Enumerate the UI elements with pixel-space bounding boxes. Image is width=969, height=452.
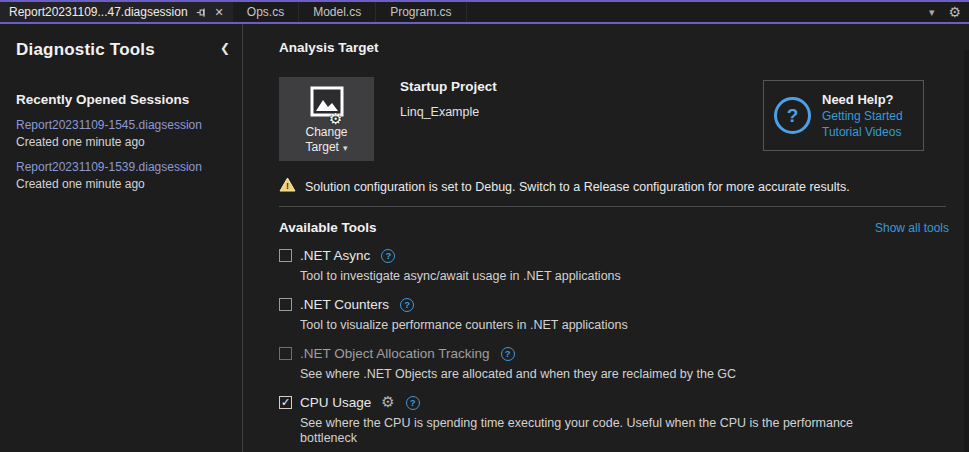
gear-icon[interactable]: ⚙ bbox=[948, 4, 961, 20]
warning-text: Solution configuration is set to Debug. … bbox=[305, 180, 850, 194]
document-tab-bar: Report20231109...47.diagsession ✕ Ops.cs… bbox=[0, 0, 969, 24]
need-help-title: Need Help? bbox=[822, 92, 903, 107]
collapse-sidebar-icon[interactable]: ❮ bbox=[220, 41, 230, 55]
analysis-target-heading: Analysis Target bbox=[279, 40, 949, 55]
tab-diagsession-report[interactable]: Report20231109...47.diagsession ✕ bbox=[0, 2, 233, 22]
available-tools-header: Available Tools Show all tools bbox=[279, 220, 949, 235]
session-link[interactable]: Report20231109-1545.diagsession bbox=[16, 118, 232, 132]
warning-icon: ! bbox=[279, 177, 296, 196]
tab-model[interactable]: Model.cs bbox=[299, 2, 376, 22]
diagnostic-tools-sidebar: Diagnostic Tools ❮ Recently Opened Sessi… bbox=[0, 24, 243, 452]
available-tools-heading: Available Tools bbox=[279, 220, 377, 235]
tool-label: CPU Usage bbox=[300, 395, 371, 410]
session-item: Report20231109-1539.diagsession Created … bbox=[16, 160, 232, 191]
sessions-heading: Recently Opened Sessions bbox=[16, 92, 232, 107]
change-target-label-line2: Target▾ bbox=[306, 140, 348, 156]
session-item: Report20231109-1545.diagsession Created … bbox=[16, 118, 232, 149]
scrollbar-track[interactable] bbox=[964, 50, 969, 452]
tab-ops[interactable]: Ops.cs bbox=[233, 2, 299, 22]
tool-dotnet-counters: ✓ .NET Counters ? Tool to visualize perf… bbox=[279, 297, 949, 333]
startup-project-block: Startup Project Linq_Example bbox=[400, 77, 497, 119]
tab-strip-controls: ▾ ⚙ bbox=[929, 2, 969, 22]
dotnet-async-checkbox[interactable]: ✓ bbox=[279, 249, 292, 262]
chevron-down-icon[interactable]: ▾ bbox=[929, 6, 935, 19]
cpu-usage-checkbox[interactable]: ✓ bbox=[279, 396, 292, 409]
tool-label: .NET Counters bbox=[300, 297, 389, 312]
getting-started-link[interactable]: Getting Started bbox=[822, 109, 903, 123]
tab-program[interactable]: Program.cs bbox=[376, 2, 466, 22]
dotnet-counters-checkbox[interactable]: ✓ bbox=[279, 298, 292, 311]
tool-description: See where .NET Objects are allocated and… bbox=[300, 367, 865, 382]
session-link[interactable]: Report20231109-1539.diagsession bbox=[16, 160, 232, 174]
change-target-icon: ⚙ bbox=[305, 85, 349, 125]
change-target-button[interactable]: ⚙ Change Target▾ bbox=[279, 77, 374, 161]
need-help-box: ? Need Help? Getting Started Tutorial Vi… bbox=[763, 80, 924, 151]
session-created-label: Created one minute ago bbox=[16, 177, 232, 191]
session-created-label: Created one minute ago bbox=[16, 135, 232, 149]
help-icon[interactable]: ? bbox=[406, 396, 420, 410]
help-question-icon: ? bbox=[774, 97, 811, 134]
tool-description: Tool to visualize performance counters i… bbox=[300, 318, 865, 333]
pin-icon[interactable] bbox=[196, 7, 207, 18]
tool-dotnet-async: ✓ .NET Async ? Tool to investigate async… bbox=[279, 248, 949, 284]
svg-text:!: ! bbox=[286, 181, 289, 191]
tutorial-videos-link[interactable]: Tutorial Videos bbox=[822, 125, 903, 139]
section-divider bbox=[279, 206, 946, 207]
cpu-usage-settings-gear-icon[interactable]: ⚙ bbox=[381, 395, 394, 410]
startup-project-title: Startup Project bbox=[400, 79, 497, 94]
gear-icon: ⚙ bbox=[329, 112, 342, 127]
tool-cpu-usage: ✓ CPU Usage ⚙ ? See where the CPU is spe… bbox=[279, 395, 949, 446]
object-allocation-checkbox[interactable]: ✓ bbox=[279, 347, 292, 360]
need-help-text: Need Help? Getting Started Tutorial Vide… bbox=[822, 92, 903, 139]
close-icon[interactable]: ✕ bbox=[215, 6, 224, 19]
tool-description: Tool to investigate async/await usage in… bbox=[300, 269, 865, 284]
tool-label: .NET Object Allocation Tracking bbox=[300, 346, 490, 361]
help-icon[interactable]: ? bbox=[501, 347, 515, 361]
diagnostics-launch-main: Analysis Target ⚙ Change Target▾ Startup… bbox=[243, 24, 969, 452]
dropdown-caret-icon: ▾ bbox=[343, 143, 348, 153]
tool-description: See where the CPU is spending time execu… bbox=[300, 416, 865, 446]
tool-label: .NET Async bbox=[300, 248, 370, 263]
show-all-tools-link[interactable]: Show all tools bbox=[875, 221, 949, 235]
help-icon[interactable]: ? bbox=[381, 249, 395, 263]
startup-project-name: Linq_Example bbox=[400, 105, 497, 119]
page-title: Diagnostic Tools bbox=[16, 40, 232, 60]
tool-dotnet-object-allocation: ✓ .NET Object Allocation Tracking ? See … bbox=[279, 346, 949, 382]
help-icon[interactable]: ? bbox=[400, 298, 414, 312]
tab-label: Report20231109...47.diagsession bbox=[9, 5, 188, 19]
configuration-warning: ! Solution configuration is set to Debug… bbox=[279, 177, 949, 196]
